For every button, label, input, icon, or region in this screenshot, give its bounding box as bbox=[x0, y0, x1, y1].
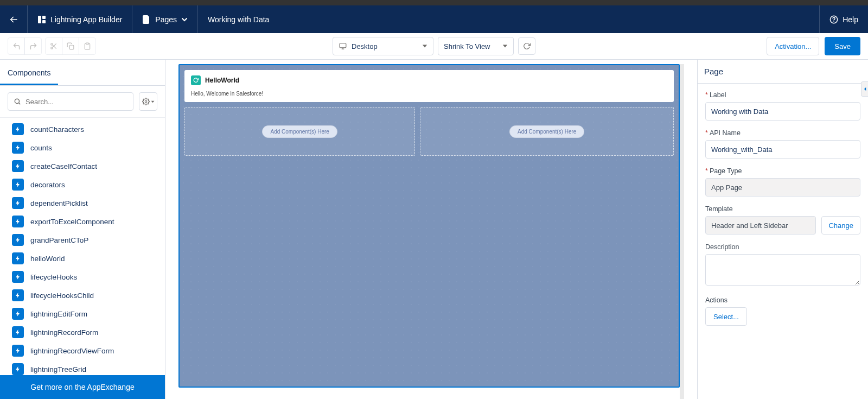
paste-button[interactable] bbox=[79, 37, 96, 55]
component-item[interactable]: lightningTreeGrid bbox=[0, 360, 165, 375]
save-button[interactable]: Save bbox=[825, 37, 860, 55]
component-item-label: lightningEditForm bbox=[30, 310, 87, 318]
svg-rect-10 bbox=[69, 45, 74, 49]
component-search[interactable] bbox=[8, 92, 133, 111]
svg-marker-15 bbox=[423, 45, 427, 48]
caret-down-icon bbox=[151, 100, 155, 104]
zoom-label: Shrink To View bbox=[444, 42, 490, 50]
canvas-card-title: HelloWorld bbox=[205, 77, 239, 84]
lightning-bolt-icon bbox=[12, 216, 24, 227]
help-button[interactable]: Help bbox=[819, 5, 868, 33]
svg-marker-21 bbox=[864, 87, 866, 91]
svg-rect-11 bbox=[86, 43, 89, 44]
app-builder-icon bbox=[37, 15, 46, 24]
component-search-input[interactable] bbox=[25, 98, 127, 106]
lightning-bolt-icon bbox=[12, 234, 24, 246]
paste-icon bbox=[84, 42, 91, 50]
canvas-card-body: Hello, Welcome in Salesforce! bbox=[191, 91, 667, 97]
lightning-bolt-icon bbox=[12, 179, 24, 191]
app-title: Lightning App Builder bbox=[50, 15, 122, 24]
svg-point-19 bbox=[145, 100, 147, 103]
appexchange-button[interactable]: Get more on the AppExchange bbox=[0, 375, 165, 399]
svg-rect-2 bbox=[42, 16, 46, 19]
tab-components-label: Components bbox=[8, 68, 50, 77]
viewport-select[interactable]: Desktop bbox=[333, 37, 433, 55]
cut-button[interactable] bbox=[45, 37, 62, 55]
lightning-bolt-icon bbox=[12, 363, 24, 375]
right-panel-title: Page bbox=[698, 60, 868, 84]
refresh-button[interactable] bbox=[518, 37, 535, 55]
save-label: Save bbox=[834, 42, 851, 50]
component-item[interactable]: createCaseIfContact bbox=[0, 157, 165, 175]
change-template-button[interactable]: Change bbox=[821, 216, 860, 235]
pages-dropdown[interactable]: Pages bbox=[132, 5, 198, 33]
canvas-scrollbar[interactable] bbox=[680, 64, 684, 399]
lightning-bolt-icon bbox=[12, 142, 24, 154]
component-item[interactable]: counts bbox=[0, 138, 165, 157]
component-item[interactable]: grandParentCToP bbox=[0, 231, 165, 249]
description-field-label: Description bbox=[705, 243, 739, 251]
lightning-bolt-icon bbox=[12, 252, 24, 264]
chevron-down-icon bbox=[181, 16, 188, 23]
lightning-bolt-icon bbox=[12, 289, 24, 301]
lightning-bolt-icon bbox=[12, 326, 24, 338]
component-item[interactable]: exportToExcelComponent bbox=[0, 212, 165, 231]
component-settings-button[interactable] bbox=[139, 92, 157, 111]
canvas-dropzone-left[interactable]: Add Component(s) Here bbox=[184, 107, 415, 156]
lightning-bolt-icon bbox=[12, 345, 24, 357]
component-item[interactable]: lightningRecordViewForm bbox=[0, 341, 165, 360]
template-readonly: Header and Left Sidebar bbox=[705, 216, 816, 235]
description-textarea[interactable] bbox=[705, 254, 860, 286]
component-item[interactable]: lightningEditForm bbox=[0, 305, 165, 323]
redo-button[interactable] bbox=[24, 37, 42, 55]
gear-icon bbox=[142, 98, 150, 105]
redo-icon bbox=[29, 42, 37, 50]
svg-point-17 bbox=[15, 99, 19, 103]
component-item-label: helloWorld bbox=[30, 255, 65, 263]
canvas-component-helloworld[interactable]: HelloWorld Hello, Welcome in Salesforce! bbox=[184, 70, 674, 102]
component-item[interactable]: lightningRecordForm bbox=[0, 323, 165, 341]
component-item[interactable]: lifecycleHooks bbox=[0, 268, 165, 286]
appexchange-label: Get more on the AppExchange bbox=[30, 383, 134, 391]
back-button[interactable] bbox=[0, 5, 28, 33]
svg-point-5 bbox=[834, 21, 834, 21]
app-title-segment: Lightning App Builder bbox=[28, 5, 132, 33]
component-item-label: countCharacters bbox=[30, 125, 84, 134]
page-canvas[interactable]: HelloWorld Hello, Welcome in Salesforce!… bbox=[178, 64, 680, 388]
lightning-bolt-icon bbox=[12, 123, 24, 135]
collapse-right-panel-button[interactable] bbox=[861, 81, 868, 97]
component-item[interactable]: countCharacters bbox=[0, 120, 165, 138]
copy-button[interactable] bbox=[62, 37, 79, 55]
actions-field-label: Actions bbox=[705, 296, 727, 304]
component-item[interactable]: helloWorld bbox=[0, 249, 165, 268]
undo-button[interactable] bbox=[8, 37, 25, 55]
viewport-label: Desktop bbox=[352, 42, 378, 50]
svg-rect-3 bbox=[42, 20, 46, 23]
activation-label: Activation... bbox=[775, 42, 811, 50]
canvas-dropzone-right[interactable]: Add Component(s) Here bbox=[420, 107, 674, 156]
component-list[interactable]: countCharacters counts createCaseIfConta… bbox=[0, 118, 165, 375]
page-icon bbox=[142, 15, 151, 24]
apiname-input[interactable] bbox=[705, 140, 860, 159]
component-item-label: decorators bbox=[30, 181, 65, 189]
component-item-label: lifecycleHooks bbox=[30, 273, 77, 281]
component-item-label: dependentPicklist bbox=[30, 199, 88, 207]
activation-button[interactable]: Activation... bbox=[767, 37, 819, 55]
tab-components[interactable]: Components bbox=[0, 60, 58, 85]
label-input[interactable] bbox=[705, 102, 860, 121]
svg-marker-20 bbox=[151, 100, 154, 103]
arrow-left-icon bbox=[9, 15, 18, 24]
component-item-label: grandParentCToP bbox=[30, 236, 88, 244]
svg-marker-16 bbox=[503, 45, 507, 48]
help-icon bbox=[829, 15, 838, 24]
component-item[interactable]: decorators bbox=[0, 175, 165, 194]
component-item[interactable]: lifecycleHooksChild bbox=[0, 286, 165, 305]
pagetype-readonly: App Page bbox=[705, 178, 860, 197]
browser-top-strip bbox=[0, 0, 868, 5]
cut-icon bbox=[50, 42, 58, 50]
zoom-select[interactable]: Shrink To View bbox=[438, 37, 514, 55]
copy-icon bbox=[67, 42, 74, 50]
component-item[interactable]: dependentPicklist bbox=[0, 194, 165, 212]
select-actions-button[interactable]: Select... bbox=[705, 307, 747, 326]
component-item-label: lightningTreeGrid bbox=[30, 365, 86, 373]
